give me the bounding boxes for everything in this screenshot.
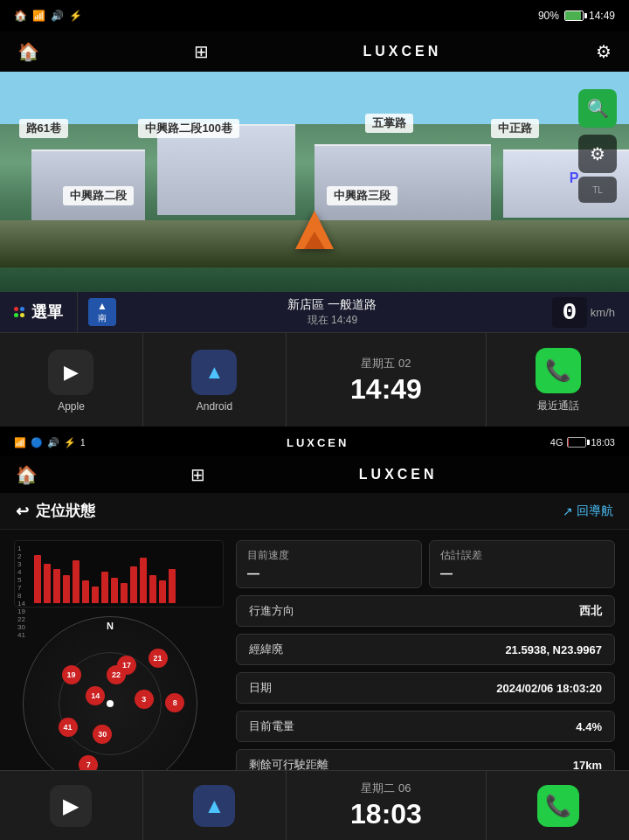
satellite-3: 3 bbox=[135, 690, 154, 709]
nav-bar-top: 🏠 ⊞ LUXCEN ⚙ bbox=[0, 31, 629, 72]
road-label-2: 中興路二段100巷 bbox=[138, 119, 239, 138]
map-search-btn[interactable]: 🔍 bbox=[578, 89, 617, 128]
android-btn-bottom[interactable]: ▲ bbox=[143, 771, 287, 840]
apple-play-icon: ▶ bbox=[64, 361, 79, 384]
status-right-bottom: 4G 18:03 bbox=[550, 437, 615, 448]
time-bottom: 18:03 bbox=[591, 437, 615, 448]
network-type-bottom: 4G bbox=[550, 437, 563, 448]
bar-7 bbox=[92, 587, 99, 604]
grid-nav-icon[interactable]: ⊞ bbox=[194, 41, 209, 62]
apple-carplay-btn[interactable]: ▶ Apple bbox=[0, 333, 143, 428]
datetime-bottom: 星期二 06 18:03 bbox=[350, 781, 422, 830]
status-left-bottom: 📶 🔵 🔊 ⚡ 1 bbox=[14, 437, 86, 448]
home-icon: 🏠 bbox=[14, 10, 27, 22]
y-label-5: 5 bbox=[17, 576, 25, 584]
gps-header: ↩ 定位狀態 ↗ 回導航 bbox=[0, 493, 629, 530]
android-icon-circle-bottom: ▲ bbox=[193, 785, 235, 827]
bt-icon-bottom: 🔵 bbox=[31, 437, 43, 448]
apple-label: Apple bbox=[58, 400, 85, 413]
panel-divider bbox=[0, 427, 629, 430]
wifi-icon-bottom: 📶 bbox=[14, 437, 26, 448]
map-settings-btn[interactable]: ⚙ bbox=[578, 135, 617, 173]
bar-10 bbox=[121, 583, 128, 603]
volume-icon-bottom: 🔊 bbox=[47, 437, 59, 448]
bar-8 bbox=[101, 572, 108, 603]
apple-icon-circle-bottom: ▶ bbox=[50, 785, 92, 827]
phone-icon-circle-top: 📞 bbox=[536, 348, 581, 393]
building-center-right bbox=[314, 144, 491, 222]
signal-bars-chart: 1 2 3 4 5 7 8 14 19 22 30 41 bbox=[14, 540, 224, 607]
return-nav-text: 回導航 bbox=[577, 503, 613, 519]
compass-container: N 17 22 19 21 14 3 8 41 30 7 bbox=[14, 616, 206, 791]
bottom-dock-top: ▶ Apple ▲ Android 星期五 02 14:49 📞 最近通話 bbox=[0, 332, 629, 428]
search-icon: 🔍 bbox=[587, 98, 609, 119]
apple-icon-circle: ▶ bbox=[48, 350, 93, 395]
brand-center-bottom: LUXCEN bbox=[287, 436, 349, 449]
date-value: 2024/02/06 18:03:20 bbox=[496, 682, 602, 695]
volume-icon: 🔊 bbox=[51, 10, 64, 22]
compass-north-label: N bbox=[107, 621, 114, 631]
compass-ring: N 17 22 19 21 14 3 8 41 30 7 bbox=[23, 616, 197, 791]
road-label-1: 路61巷 bbox=[19, 119, 68, 138]
gear-icon: ⚙ bbox=[590, 143, 605, 164]
coordinates-value: 21.5938, N23.9967 bbox=[505, 643, 602, 656]
info-bar: 選單 ▲ 南 新店區 一般道路 現在 14:49 0 km/h bbox=[0, 292, 629, 332]
home-nav-icon[interactable]: 🏠 bbox=[17, 41, 39, 62]
grid-nav-icon-bottom[interactable]: ⊞ bbox=[190, 464, 205, 485]
road-label-5: 中興路二段 bbox=[63, 186, 134, 205]
phone-label-top: 最近通話 bbox=[537, 399, 579, 413]
direction-value: 西北 bbox=[579, 603, 602, 619]
phone-icon-top: 📞 bbox=[545, 358, 571, 383]
status-right-info: 90% 14:49 bbox=[538, 10, 615, 22]
bar-5 bbox=[73, 560, 79, 603]
satellite-19: 19 bbox=[62, 665, 81, 684]
apple-play-icon-bottom: ▶ bbox=[63, 794, 79, 818]
android-nav-icon: ▲ bbox=[205, 361, 225, 384]
bar-15 bbox=[169, 569, 176, 603]
top-navigation-panel: 🏠 📶 🔊 ⚡ 90% 14:49 🏠 ⊞ LUXCEN ⚙ 路61巷 中興路二… bbox=[0, 0, 629, 428]
speed-display: 0 km/h bbox=[538, 297, 629, 328]
nav-arrow bbox=[295, 211, 334, 249]
return-nav-btn[interactable]: ↗ 回導航 bbox=[563, 503, 613, 519]
satellite-41: 41 bbox=[59, 718, 78, 737]
phone-btn-top[interactable]: 📞 最近通話 bbox=[487, 333, 629, 428]
satellite-8: 8 bbox=[165, 693, 184, 712]
settings-nav-btn[interactable]: ⚙ bbox=[596, 41, 612, 62]
datetime-display-bottom: 星期二 06 18:03 bbox=[287, 771, 487, 840]
brand-logo-bottom: LUXCEN bbox=[359, 467, 438, 482]
direction-badge: ▲ 南 bbox=[88, 298, 116, 326]
direction-arrow-icon: ▲ bbox=[97, 300, 107, 312]
home-nav-icon-bottom[interactable]: 🏠 bbox=[16, 464, 38, 485]
back-arrow-icon[interactable]: ↩ bbox=[16, 502, 29, 521]
speed-label: 目前速度 bbox=[247, 548, 411, 563]
phone-icon-bottom: 📞 bbox=[545, 794, 571, 818]
bottom-gps-panel: 📶 🔵 🔊 ⚡ 1 LUXCEN 4G 18:03 🏠 ⊞ LUXCEN ↩ 定… bbox=[0, 428, 629, 840]
battery-icon-top bbox=[564, 10, 584, 21]
info-card-speed: 目前速度 — bbox=[236, 540, 422, 588]
bar-3 bbox=[53, 569, 60, 603]
info-row-speed-error: 目前速度 — 估計誤差 — bbox=[236, 540, 615, 588]
road-label-3: 五掌路 bbox=[365, 114, 413, 133]
battery-label-gps: 目前電量 bbox=[249, 719, 294, 734]
bar-6 bbox=[82, 580, 89, 603]
chart-y-labels: 1 2 3 4 5 7 8 14 19 22 30 41 bbox=[17, 545, 25, 603]
y-label-4: 4 bbox=[17, 568, 25, 576]
error-label: 估計誤差 bbox=[440, 548, 604, 563]
bt2-icon-bottom: ⚡ bbox=[64, 437, 76, 448]
android-auto-btn[interactable]: ▲ Android bbox=[143, 333, 287, 428]
gps-title: ↩ 定位狀態 bbox=[16, 501, 95, 521]
map-tl-btn[interactable]: TL bbox=[578, 177, 617, 203]
phone-btn-bottom[interactable]: 📞 bbox=[487, 771, 629, 840]
menu-button[interactable]: 選單 bbox=[0, 292, 78, 332]
battery-icon-bottom bbox=[567, 437, 586, 448]
datetime-top: 星期五 02 14:49 bbox=[350, 356, 422, 406]
direction-label: 行進方向 bbox=[249, 603, 294, 619]
road-label-6: 中興路三段 bbox=[327, 186, 397, 205]
compass-center bbox=[107, 700, 114, 707]
day-display-top: 星期五 02 bbox=[350, 356, 422, 371]
time-display-bottom: 18:03 bbox=[350, 798, 422, 830]
menu-label: 選單 bbox=[31, 302, 63, 323]
road-label-4: 中正路 bbox=[491, 119, 539, 138]
apple-btn-bottom[interactable]: ▶ bbox=[0, 771, 143, 840]
speed-value: 0 bbox=[552, 297, 587, 328]
